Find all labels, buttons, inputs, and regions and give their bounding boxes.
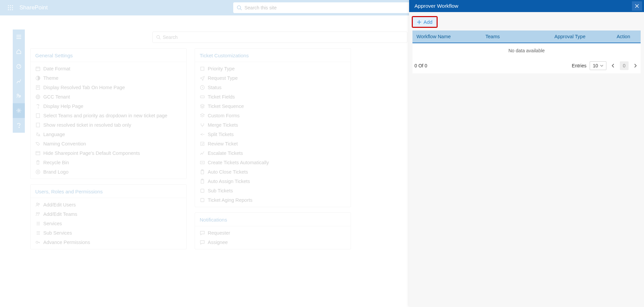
svg-rect-32 — [36, 123, 40, 127]
settings-item[interactable]: Priority Type — [195, 64, 351, 73]
add-button-label: Add — [424, 19, 433, 25]
settings-item[interactable]: Merge Tickets — [195, 120, 351, 130]
nav-rail — [13, 29, 25, 133]
nav-help-icon[interactable] — [13, 118, 25, 133]
close-icon — [635, 4, 639, 8]
svg-rect-48 — [201, 67, 204, 70]
close-button[interactable] — [632, 1, 642, 11]
settings-item[interactable]: Auto Assign Tickets — [195, 177, 351, 186]
svg-point-36 — [37, 171, 39, 173]
svg-point-15 — [17, 94, 19, 96]
nav-menu-icon[interactable] — [13, 29, 25, 44]
svg-rect-21 — [36, 67, 40, 71]
settings-item[interactable]: Ticket Sequence — [195, 102, 351, 111]
settings-item[interactable]: Brand Logo — [31, 167, 186, 177]
card-users-roles: Users, Roles and Permissions Add/Edit Us… — [30, 184, 187, 249]
svg-line-20 — [159, 38, 161, 40]
page-next-button[interactable] — [632, 62, 639, 69]
app-title: SharePoint — [19, 4, 48, 11]
settings-item[interactable]: Ticket Aging Reports — [195, 195, 351, 205]
svg-point-37 — [37, 203, 38, 205]
checkbox-icon — [200, 197, 205, 203]
card-header: Notifications — [195, 213, 351, 226]
settings-item[interactable]: Language — [31, 130, 186, 139]
settings-item[interactable]: Advance Permissions — [31, 238, 186, 247]
svg-point-39 — [36, 212, 38, 214]
settings-item[interactable]: Custom Forms — [195, 111, 351, 120]
send-icon — [200, 75, 205, 81]
list-icon — [35, 221, 41, 226]
file-icon — [35, 113, 41, 118]
nav-teams-icon[interactable] — [13, 88, 25, 103]
svg-rect-57 — [201, 189, 204, 192]
chevron-left-icon — [612, 64, 614, 68]
plus-icon — [417, 20, 422, 24]
settings-item[interactable]: Status — [195, 83, 351, 92]
settings-item[interactable]: Recycle Bin — [31, 158, 186, 167]
svg-rect-51 — [201, 142, 204, 145]
settings-item[interactable]: Request Type — [195, 73, 351, 83]
settings-item[interactable]: Review Ticket — [195, 139, 351, 148]
checkbox-icon — [200, 188, 205, 193]
calendar-icon — [35, 66, 41, 71]
svg-rect-33 — [36, 151, 40, 155]
nav-reports-icon[interactable] — [13, 74, 25, 88]
svg-rect-58 — [201, 198, 204, 202]
file-icon — [35, 122, 41, 128]
page-prev-button[interactable] — [610, 62, 616, 69]
card-notifications: Notifications Requester Assignee — [195, 212, 351, 249]
settings-item[interactable]: Create Tickets Automatically — [195, 158, 351, 167]
svg-point-2 — [12, 5, 13, 6]
nav-home-icon[interactable] — [13, 44, 25, 59]
settings-item[interactable]: Requester — [195, 228, 351, 238]
card-header: Ticket Customizations — [195, 49, 351, 62]
svg-point-17 — [18, 110, 20, 112]
nav-settings-icon[interactable] — [13, 103, 25, 118]
settings-item[interactable]: Display Help Page — [31, 102, 186, 111]
settings-item[interactable]: Show resolved ticket in resolved tab onl… — [31, 120, 186, 130]
trash-icon — [35, 160, 41, 165]
ticket-icon — [200, 94, 205, 100]
nav-dashboard-icon[interactable] — [13, 59, 25, 74]
settings-item[interactable]: Ticket Fields — [195, 92, 351, 102]
settings-item[interactable]: Split Tickets — [195, 130, 351, 139]
svg-point-19 — [157, 36, 160, 39]
col-workflow-name: Workflow Name — [412, 34, 486, 39]
col-teams: Teams — [486, 34, 555, 39]
clipboard-icon — [200, 179, 205, 184]
settings-item[interactable]: Display Resolved Tab On Home Page — [31, 83, 186, 92]
header-search-input[interactable]: Search this site — [233, 2, 411, 13]
svg-point-4 — [10, 7, 11, 8]
settings-item[interactable]: Sub Tickets — [195, 186, 351, 195]
chevron-right-icon — [634, 64, 637, 68]
add-button[interactable]: Add — [412, 17, 437, 27]
header-search-placeholder: Search this site — [245, 5, 277, 10]
settings-item[interactable]: Sub Services — [31, 228, 186, 238]
svg-line-10 — [240, 9, 242, 10]
col-approval-type: Approval Type — [554, 34, 606, 39]
settings-item[interactable]: Naming Convention — [31, 139, 186, 148]
settings-item[interactable]: Auto Close Tickets — [195, 167, 351, 177]
settings-item[interactable]: Hide Sharepoint Page's Default Component… — [31, 148, 186, 158]
settings-item[interactable]: Assignee — [195, 238, 351, 247]
settings-item[interactable]: Add/Edit Users — [31, 200, 186, 209]
card-general-settings: General Settings Date Format Theme Displ… — [30, 48, 187, 179]
settings-item[interactable]: Select Teams and priority as dropdown in… — [31, 111, 186, 120]
settings-item[interactable]: Services — [31, 219, 186, 228]
content-search-input[interactable]: Search — [152, 32, 407, 43]
key-icon — [35, 240, 41, 245]
auto-create-icon — [200, 160, 205, 165]
clipboard-icon — [200, 169, 205, 175]
app-launcher-icon[interactable] — [3, 0, 18, 15]
settings-item[interactable]: Theme — [31, 73, 186, 83]
language-icon — [35, 132, 41, 137]
clock-icon — [200, 85, 205, 90]
settings-item[interactable]: Escalate Tickets — [195, 148, 351, 158]
entries-label: Entries — [572, 63, 587, 68]
settings-item[interactable]: Add/Edit Teams — [31, 209, 186, 219]
entries-select[interactable]: 10 — [590, 61, 606, 70]
settings-item[interactable]: Date Format — [31, 64, 186, 73]
card-ticket-customizations: Ticket Customizations Priority Type Requ… — [195, 48, 351, 207]
tag-icon — [35, 141, 41, 146]
settings-item[interactable]: GCC Tenant — [31, 92, 186, 102]
